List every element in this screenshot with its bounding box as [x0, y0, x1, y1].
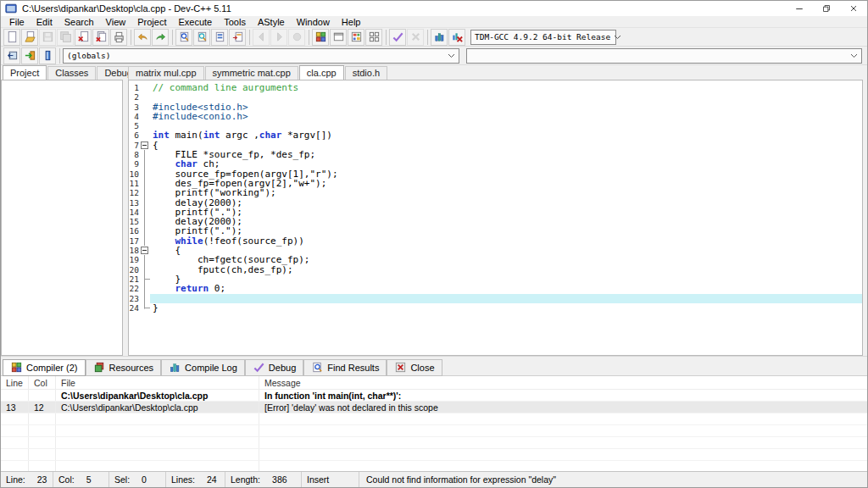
- line-number: 22: [129, 284, 139, 293]
- minimize-button[interactable]: [786, 1, 813, 16]
- profile-delete-button[interactable]: [448, 29, 465, 46]
- fold-column: [139, 103, 150, 112]
- line-number: 13: [129, 198, 139, 208]
- debug-check-icon: [253, 361, 265, 374]
- project-panel[interactable]: [1, 80, 123, 356]
- save-file-button: [39, 29, 56, 46]
- toolbar-buttons: [3, 29, 466, 46]
- line-number: 8: [129, 150, 139, 159]
- code-line-20: 20 fputc(ch,des_fp);: [129, 265, 862, 274]
- new-file-icon: [6, 30, 19, 43]
- tab-classes[interactable]: Classes: [47, 66, 96, 80]
- undo-button[interactable]: [134, 29, 151, 46]
- compiler-profile-select[interactable]: TDM-GCC 4.9.2 64-bit Release: [470, 30, 616, 45]
- window-enter-button[interactable]: [21, 47, 38, 64]
- fold-column: [139, 255, 150, 264]
- editor-tab-matrix-mul-cpp[interactable]: matrix mul.cpp: [128, 66, 204, 80]
- fold-collapse-icon[interactable]: [141, 141, 148, 149]
- window-layout-button[interactable]: [365, 29, 382, 46]
- line-number: 5: [129, 121, 139, 130]
- compile-check-button[interactable]: [389, 29, 406, 46]
- code-line-24: 24}: [129, 303, 862, 313]
- menu-astyle[interactable]: AStyle: [252, 16, 291, 28]
- tab-project[interactable]: Project: [3, 65, 47, 80]
- bottom-tab-close[interactable]: Close: [387, 359, 442, 376]
- find-in-files-button[interactable]: [193, 29, 210, 46]
- line-number: 12: [129, 188, 139, 197]
- code-text: }: [150, 303, 862, 313]
- redo-button[interactable]: [152, 29, 169, 46]
- menu-search[interactable]: Search: [58, 16, 100, 28]
- fold-column: [139, 246, 150, 255]
- window-back-button[interactable]: [3, 47, 20, 64]
- code-line-22: 22 return 0;: [129, 284, 862, 293]
- fold-column: [139, 265, 150, 274]
- blue-column-button[interactable]: [39, 47, 56, 64]
- window-layout-icon: [368, 30, 381, 43]
- bottom-tab-compiler-2-[interactable]: Compiler (2): [3, 359, 86, 376]
- toolbar-separator: [427, 30, 428, 45]
- close-file-button[interactable]: [75, 29, 92, 46]
- fold-column: [139, 112, 150, 121]
- menu-help[interactable]: Help: [336, 16, 367, 28]
- profile-bars-button[interactable]: [431, 29, 448, 46]
- bottom-tab-resources[interactable]: Resources: [86, 359, 162, 376]
- chart-bars-icon: [169, 361, 181, 374]
- chevron-down-icon: [847, 53, 858, 58]
- table-row[interactable]: C:\Users\dipankar\Desktop\cla.cpp In fun…: [1, 390, 867, 402]
- code-text: fputc(ch,des_fp);: [150, 265, 862, 274]
- open-file-button[interactable]: [21, 29, 38, 46]
- editor-tab-symmetric-mat-cpp[interactable]: symmetric mat.cpp: [205, 66, 298, 80]
- status-segment-5: Insert: [302, 472, 359, 487]
- code-editor[interactable]: 1// command line aurguments23#include<st…: [128, 80, 863, 356]
- globals-value: (globals): [67, 51, 110, 60]
- save-file-icon: [42, 30, 54, 43]
- toolbar-separator: [309, 30, 309, 45]
- find-button[interactable]: [175, 29, 192, 46]
- project-new-button[interactable]: [312, 29, 329, 46]
- bottom-tab-compile-log[interactable]: Compile Log: [161, 359, 245, 376]
- menu-view[interactable]: View: [100, 16, 132, 28]
- print-button[interactable]: [110, 29, 127, 46]
- left-panel-tabs: ProjectClassesDebug: [1, 65, 128, 80]
- line-number: 15: [129, 217, 139, 226]
- menu-execute[interactable]: Execute: [172, 16, 218, 28]
- project-options-button[interactable]: [348, 29, 364, 46]
- line-number: 16: [129, 226, 139, 236]
- project-remove-icon: [332, 30, 345, 43]
- close-button[interactable]: [840, 1, 867, 16]
- table-row[interactable]: 13 12 C:\Users\dipankar\Desktop\cla.cpp …: [1, 402, 867, 413]
- toolbar-separator: [172, 30, 173, 45]
- menu-window[interactable]: Window: [291, 16, 336, 28]
- close-all-button[interactable]: [92, 29, 109, 46]
- menu-tools[interactable]: Tools: [218, 16, 252, 28]
- fold-collapse-icon[interactable]: [141, 247, 148, 254]
- editor-tab-stdio-h[interactable]: stdio.h: [345, 66, 387, 80]
- code-text: }: [150, 274, 862, 284]
- members-select[interactable]: [466, 48, 863, 64]
- code-line-21: 21 }: [129, 274, 862, 284]
- menu-bar: FileEditSearchViewProjectExecuteToolsASt…: [1, 16, 867, 28]
- undo-icon: [136, 30, 149, 43]
- line-number: 19: [129, 255, 139, 264]
- replace-button[interactable]: [211, 29, 228, 46]
- chevron-down-icon: [610, 35, 621, 40]
- goto-line-button[interactable]: [229, 29, 246, 46]
- restore-button[interactable]: [813, 1, 840, 16]
- compiler-profile-value: TDM-GCC 4.9.2 64-bit Release: [475, 32, 610, 42]
- globals-select[interactable]: (globals): [63, 48, 459, 64]
- code-text: printf("working");: [150, 188, 862, 197]
- forward-button: [270, 29, 287, 46]
- new-file-button[interactable]: [3, 29, 20, 46]
- project-remove-button[interactable]: [330, 29, 347, 46]
- editor-tab-cla-cpp[interactable]: cla.cpp: [299, 65, 344, 80]
- menu-project[interactable]: Project: [131, 16, 172, 28]
- menu-file[interactable]: File: [3, 16, 31, 28]
- replace-icon: [214, 30, 226, 43]
- menu-edit[interactable]: Edit: [31, 16, 58, 28]
- bottom-tab-find-results[interactable]: Find Results: [303, 359, 387, 376]
- bottom-tab-debug[interactable]: Debug: [245, 359, 303, 376]
- fold-column: [139, 236, 150, 246]
- window-back-icon: [6, 49, 19, 62]
- toolbar-separator: [386, 30, 387, 45]
